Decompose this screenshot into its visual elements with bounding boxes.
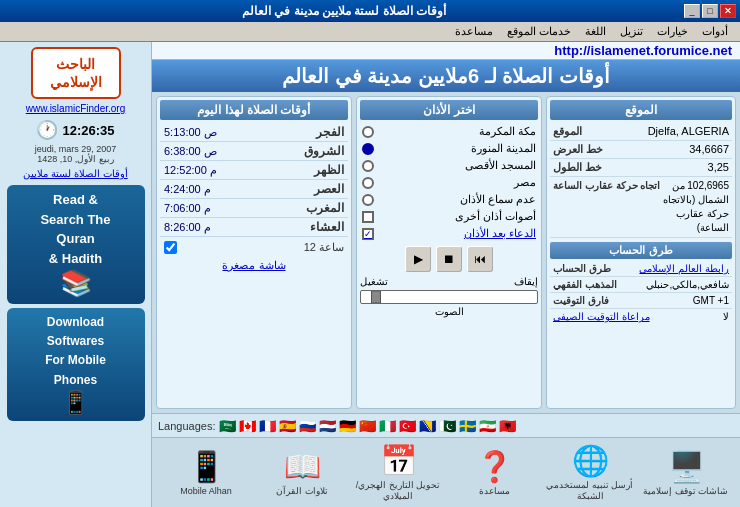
flag-tr[interactable]: 🇹🇷 [399,418,416,434]
toolbar-item-calendar[interactable]: 📅 تحويل التاريخ الهجري/الميلادي [354,443,442,502]
toolbar-item-help[interactable]: ❓ مساعدة [450,449,538,496]
date-line2: ربيع الأول, 10, 1428 [37,154,114,164]
flag-pk[interactable]: 🇵🇰 [439,418,456,434]
sidebar-logo: الباحث الإسلامي [31,47,121,99]
flag-al[interactable]: 🇦🇱 [499,418,516,434]
header-url[interactable]: http://islamenet.forumice.net [152,42,740,60]
prayer-row-shuruq: الشروق ص 6:38:00 [160,142,348,161]
adhan-option-3[interactable]: مصر [360,174,538,191]
radio-egypt[interactable] [362,177,374,189]
adhan-option-0[interactable]: مكة المكرمة [360,123,538,140]
help-icon: ❓ [476,449,513,484]
menu-services[interactable]: خدمات الموقع [501,23,577,40]
toolbar-item-quran[interactable]: 📖 تلاوات القرآن [258,449,346,496]
menu-help[interactable]: مساعدة [449,23,499,40]
flag-nl[interactable]: 🇳🇱 [319,418,336,434]
flag-es[interactable]: 🇪🇸 [279,418,296,434]
toolbar-item-mobile[interactable]: 📱 Mobile Alhan [162,449,250,496]
date-line1: jeudi, mars 29, 2007 [35,144,117,154]
flag-it[interactable]: 🇮🇹 [379,418,396,434]
flag-fr[interactable]: 🇫🇷 [259,418,276,434]
calendar-icon: 📅 [380,443,417,478]
duaa-after-row[interactable]: الدعاء بعد الأذان ✓ [360,225,538,242]
close-button[interactable]: ✕ [720,4,736,18]
quran-icon: 📖 [284,449,321,484]
prayer-times-panel: أوقات الصلاة لهذا اليوم الفجر ص 5:13:00 … [156,96,352,409]
prayer-name-zuhr: الظهر [314,163,344,177]
checkbox-duaa[interactable]: ✓ [362,228,374,240]
pause-label: إيقاف [514,276,538,287]
prayer-panel-title: أوقات الصلاة لهذا اليوم [160,100,348,120]
prayer-name-isha: العشاء [310,220,344,234]
download-box-text: Download Softwares For Mobile Phones [12,313,140,390]
radio-aqsa[interactable] [362,160,374,172]
loc-row-0: Djelfa, ALGERIA الموقع [550,123,732,141]
minimize-button[interactable]: _ [684,4,700,18]
calc-row-2: GMT +1 فارق التوقيت [550,293,732,309]
sound-label: الصوت [360,306,538,317]
prayer-name-shuruq: الشروق [304,144,344,158]
flag-ru[interactable]: 🇷🇺 [299,418,316,434]
volume-handle[interactable] [371,291,381,304]
calc-row-3: لا مراعاة التوقيت الصيفي [550,309,732,324]
calc-panel-title: طرق الحساب [550,242,732,259]
flag-sa[interactable]: 🇸🇦 [219,418,236,434]
prayer-time-isha: م 8:26:00 [164,221,211,234]
calc-row-1: شافعي,مالكي,حنبلي المذهب الفقهي [550,277,732,293]
radio-mecca[interactable] [362,126,374,138]
volume-bar[interactable] [360,290,538,304]
adhan-option-1[interactable]: المدينة المنورة [360,140,538,157]
prayer-time-asr: م 4:24:00 [164,183,211,196]
notify-label: أرسل تنبيه لمستخدمي الشبكة [546,480,634,502]
prayer-name-asr: العصر [314,182,344,196]
flag-ir[interactable]: 🇮🇷 [479,418,496,434]
flag-ca[interactable]: 🇨🇦 [239,418,256,434]
prayer-time-maghrib: م 7:06:00 [164,202,211,215]
play-label: تشغيل [360,276,388,287]
prayer-time-shuruq: ص 6:38:00 [164,145,217,158]
flag-ba[interactable]: 🇧🇦 [419,418,436,434]
location-panel-title: الموقع [550,100,732,120]
toolbar-item-notify[interactable]: 🌐 أرسل تنبيه لمستخدمي الشبكة [546,443,634,502]
quran-box-text: Read & Search The Quran & Hadith [12,190,140,268]
toolbar-item-screensaver[interactable]: 🖥️ شاشات توقف إسلامية [642,449,730,497]
quran-box[interactable]: Read & Search The Quran & Hadith 📚 [7,185,145,304]
bottom-toolbar: 📱 Mobile Alhan 📖 تلاوات القرآن 📅 تحويل ا… [152,437,740,507]
play-button[interactable]: ▶ [405,246,431,272]
mobile-label: Mobile Alhan [180,486,232,496]
saah-checkbox[interactable] [164,241,177,254]
download-box[interactable]: Download Softwares For Mobile Phones 📱 [7,308,145,421]
flag-cn[interactable]: 🇨🇳 [359,418,376,434]
saghira-link[interactable]: شاشة مصغرة [160,259,348,272]
phone-icon: 📱 [12,390,140,416]
checkbox-other[interactable] [362,211,374,223]
rewind-button[interactable]: ⏮ [467,246,493,272]
maximize-button[interactable]: □ [702,4,718,18]
radio-none[interactable] [362,194,374,206]
other-sounds-row[interactable]: أصوات أذان أخرى [360,208,538,225]
prayer-name-maghrib: المغرب [306,201,344,215]
flag-se[interactable]: 🇸🇪 [459,418,476,434]
loc-row-1: 34,6667 خط العرض [550,141,732,159]
website-link[interactable]: www.islamicFinder.org [26,103,125,114]
prayer-row-maghrib: المغرب م 7:06:00 [160,199,348,218]
prayer-name-fajr: الفجر [316,125,344,139]
menu-options[interactable]: خيارات [651,23,694,40]
help-label: مساعدة [479,486,510,496]
adhan-option-2[interactable]: المسجد الأقصى [360,157,538,174]
calendar-label: تحويل التاريخ الهجري/الميلادي [354,480,442,502]
flag-de[interactable]: 🇩🇪 [339,418,356,434]
radio-madina[interactable] [362,143,374,155]
prayer-row-asr: العصر م 4:24:00 [160,180,348,199]
menu-download[interactable]: تنزيل [614,23,649,40]
screensaver-label: شاشات توقف إسلامية [643,486,728,497]
prayer-row-fajr: الفجر ص 5:13:00 [160,123,348,142]
menu-tools[interactable]: أدوات [696,23,734,40]
prayer-link[interactable]: أوقات الصلاة لستة ملايين [23,168,127,179]
menu-language[interactable]: اللغة [579,23,612,40]
adhan-panel-title: اختر الأذان [360,100,538,120]
title-bar-text: أوقات الصلاة لستة ملايين مدينة في العالم [4,4,684,18]
stop-button[interactable]: ⏹ [436,246,462,272]
location-panel: الموقع Djelfa, ALGERIA الموقع 34,6667 خط… [546,96,736,409]
adhan-option-4[interactable]: عدم سماع الأذان [360,191,538,208]
